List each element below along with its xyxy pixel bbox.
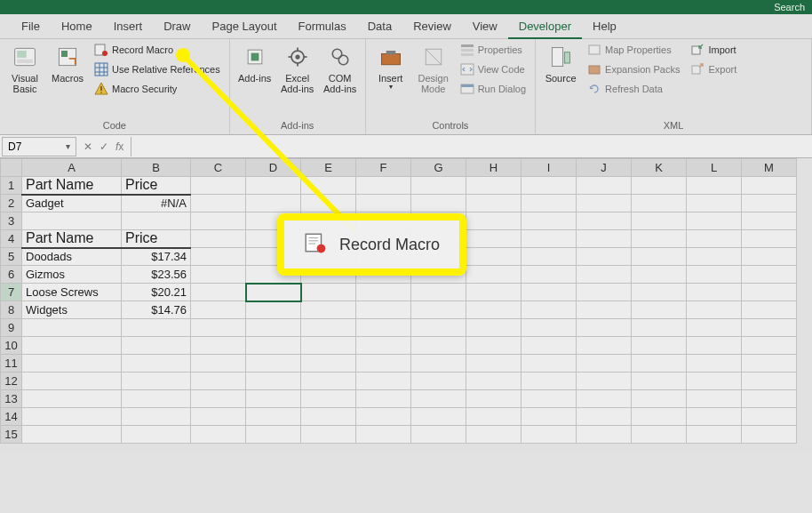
cell-B2[interactable]: #N/A <box>122 195 191 212</box>
cell-K12[interactable] <box>632 373 687 390</box>
chevron-down-icon[interactable]: ▾ <box>66 141 70 151</box>
cell-B6[interactable]: $23.56 <box>122 266 191 284</box>
row-header-12[interactable]: 12 <box>1 373 22 390</box>
col-header-A[interactable]: A <box>22 159 122 177</box>
tab-data[interactable]: Data <box>357 14 402 39</box>
cell-M11[interactable] <box>742 355 797 373</box>
cancel-icon[interactable]: ✕ <box>84 140 92 153</box>
cell-D8[interactable] <box>246 301 301 319</box>
cell-J6[interactable] <box>577 266 632 284</box>
cell-F15[interactable] <box>356 426 411 444</box>
cell-I6[interactable] <box>521 266 577 284</box>
cell-D11[interactable] <box>246 355 301 373</box>
cell-G15[interactable] <box>411 426 466 444</box>
col-header-E[interactable]: E <box>301 159 356 177</box>
cell-M6[interactable] <box>742 266 797 284</box>
cell-L11[interactable] <box>687 355 742 373</box>
cell-F7[interactable] <box>356 284 411 301</box>
search-box[interactable]: Search <box>768 2 805 12</box>
macro-security-button[interactable]: Macro Security <box>91 80 224 98</box>
cell-F1[interactable] <box>356 177 411 195</box>
formula-input[interactable] <box>131 137 812 156</box>
cell-L10[interactable] <box>687 337 742 355</box>
col-header-L[interactable]: L <box>687 159 742 177</box>
cell-K3[interactable] <box>632 212 687 230</box>
cell-M8[interactable] <box>742 301 797 319</box>
com-addins-button[interactable]: COM Add-ins <box>321 41 360 98</box>
cell-K15[interactable] <box>632 426 687 444</box>
tab-formulas[interactable]: Formulas <box>288 14 357 39</box>
cell-E10[interactable] <box>301 337 356 355</box>
cell-I12[interactable] <box>521 373 577 390</box>
col-header-M[interactable]: M <box>742 159 797 177</box>
import-button[interactable]: Import <box>687 41 740 59</box>
cell-D12[interactable] <box>246 373 301 390</box>
cell-L1[interactable] <box>687 177 742 195</box>
cell-B1[interactable]: Price <box>122 177 191 195</box>
cell-A13[interactable] <box>22 390 122 408</box>
cell-J1[interactable] <box>577 177 632 195</box>
cell-E13[interactable] <box>301 390 356 408</box>
cell-C10[interactable] <box>191 337 246 355</box>
cell-I3[interactable] <box>521 212 577 230</box>
cell-E7[interactable] <box>301 284 356 301</box>
cell-B5[interactable]: $17.34 <box>122 248 191 266</box>
cell-J7[interactable] <box>577 284 632 301</box>
tab-review[interactable]: Review <box>402 14 462 39</box>
col-header-K[interactable]: K <box>632 159 687 177</box>
col-header-I[interactable]: I <box>521 159 577 177</box>
row-header-2[interactable]: 2 <box>1 195 22 212</box>
cell-C15[interactable] <box>191 426 246 444</box>
cell-K2[interactable] <box>632 195 687 212</box>
cell-F2[interactable] <box>356 195 411 212</box>
cell-H7[interactable] <box>466 284 521 301</box>
cell-B7[interactable]: $20.21 <box>122 284 191 301</box>
cell-K11[interactable] <box>632 355 687 373</box>
cell-E12[interactable] <box>301 373 356 390</box>
cell-L4[interactable] <box>687 230 742 248</box>
cell-D2[interactable] <box>246 195 301 212</box>
addins-button[interactable]: Add-ins <box>235 41 275 87</box>
worksheet-grid[interactable]: ABCDEFGHIJKLM1Part NamePrice2Gadget#N/A3… <box>0 158 797 444</box>
tab-help[interactable]: Help <box>582 14 627 39</box>
cell-D10[interactable] <box>246 337 301 355</box>
cell-L14[interactable] <box>687 408 742 426</box>
tab-page-layout[interactable]: Page Layout <box>202 14 288 39</box>
cell-H13[interactable] <box>466 390 521 408</box>
cell-J10[interactable] <box>577 337 632 355</box>
cell-C11[interactable] <box>191 355 246 373</box>
row-header-10[interactable]: 10 <box>1 337 22 355</box>
tab-insert[interactable]: Insert <box>103 14 154 39</box>
cell-K13[interactable] <box>632 390 687 408</box>
expansion-packs-button[interactable]: Expansion Packs <box>584 60 683 78</box>
cell-L5[interactable] <box>687 248 742 266</box>
cell-A11[interactable] <box>22 355 122 373</box>
cell-G7[interactable] <box>411 284 466 301</box>
export-button[interactable]: Export <box>687 60 740 78</box>
cell-I5[interactable] <box>521 248 577 266</box>
cell-I4[interactable] <box>521 230 577 248</box>
name-box[interactable]: D7 ▾ <box>2 137 76 156</box>
cell-B14[interactable] <box>122 408 191 426</box>
cell-D15[interactable] <box>246 426 301 444</box>
cell-J2[interactable] <box>577 195 632 212</box>
xml-source-button[interactable]: Source <box>541 41 580 87</box>
cell-I14[interactable] <box>521 408 577 426</box>
cell-I13[interactable] <box>521 390 577 408</box>
cell-A4[interactable]: Part Name <box>22 230 122 248</box>
cell-I11[interactable] <box>521 355 577 373</box>
cell-K6[interactable] <box>632 266 687 284</box>
cell-L15[interactable] <box>687 426 742 444</box>
cell-K4[interactable] <box>632 230 687 248</box>
cell-H5[interactable] <box>466 248 521 266</box>
cell-L8[interactable] <box>687 301 742 319</box>
cell-K9[interactable] <box>632 319 687 337</box>
cell-J9[interactable] <box>577 319 632 337</box>
cell-K1[interactable] <box>632 177 687 195</box>
cell-L9[interactable] <box>687 319 742 337</box>
cell-D14[interactable] <box>246 408 301 426</box>
cell-L13[interactable] <box>687 390 742 408</box>
row-header-8[interactable]: 8 <box>1 301 22 319</box>
excel-addins-button[interactable]: Excel Add-ins <box>278 41 317 98</box>
cell-I1[interactable] <box>521 177 577 195</box>
